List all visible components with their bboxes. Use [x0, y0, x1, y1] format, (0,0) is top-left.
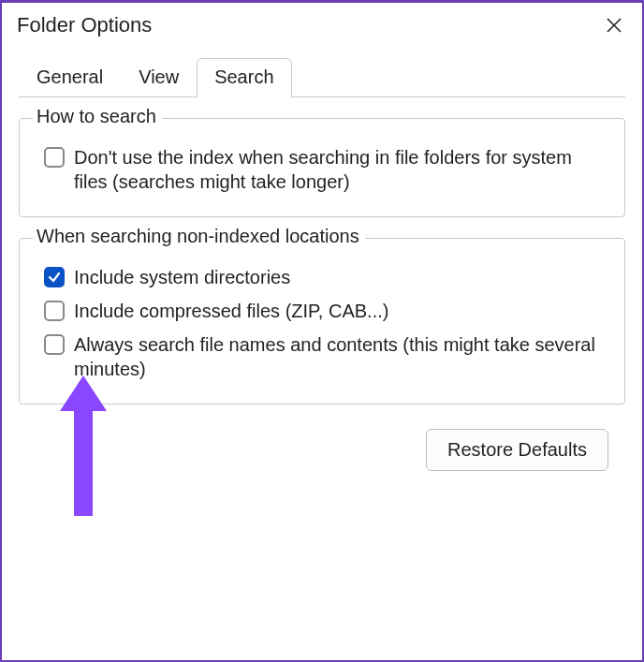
option-include-system-dirs[interactable]: Include system directories — [35, 261, 609, 295]
button-label: Restore Defaults — [447, 439, 587, 460]
group-legend: How to search — [33, 106, 162, 127]
tab-general[interactable]: General — [19, 58, 121, 97]
option-always-search-contents[interactable]: Always search file names and contents (t… — [35, 329, 609, 387]
option-label: Include system directories — [74, 265, 607, 289]
restore-defaults-button[interactable]: Restore Defaults — [426, 429, 608, 471]
search-tab-panel: How to search Don't use the index when s… — [2, 97, 642, 471]
option-include-compressed[interactable]: Include compressed files (ZIP, CAB...) — [35, 295, 609, 329]
option-label: Don't use the index when searching in fi… — [74, 145, 607, 194]
group-non-indexed: When searching non-indexed locations Inc… — [19, 238, 625, 405]
tab-label: General — [37, 66, 103, 87]
checkbox-include-system-dirs[interactable] — [44, 267, 65, 287]
close-button[interactable] — [599, 10, 629, 40]
tab-label: Search — [214, 66, 273, 87]
group-legend: When searching non-indexed locations — [33, 226, 365, 247]
checkbox-always-search-contents[interactable] — [44, 334, 65, 355]
tab-strip: General View Search — [2, 57, 642, 96]
window-title: Folder Options — [17, 13, 152, 37]
checkbox-dont-use-index[interactable] — [44, 147, 65, 168]
close-icon — [607, 18, 622, 33]
tab-search[interactable]: Search — [197, 58, 291, 97]
option-label: Always search file names and contents (t… — [74, 332, 607, 381]
option-dont-use-index[interactable]: Don't use the index when searching in fi… — [35, 141, 609, 199]
group-how-to-search: How to search Don't use the index when s… — [19, 118, 625, 217]
titlebar: Folder Options — [2, 3, 642, 57]
tab-label: View — [139, 66, 179, 87]
tab-view[interactable]: View — [121, 58, 197, 97]
option-label: Include compressed files (ZIP, CAB...) — [74, 299, 607, 323]
checkbox-include-compressed[interactable] — [44, 301, 65, 321]
buttons-row: Restore Defaults — [19, 425, 625, 471]
folder-options-dialog: Folder Options General View Search How t… — [2, 3, 642, 660]
